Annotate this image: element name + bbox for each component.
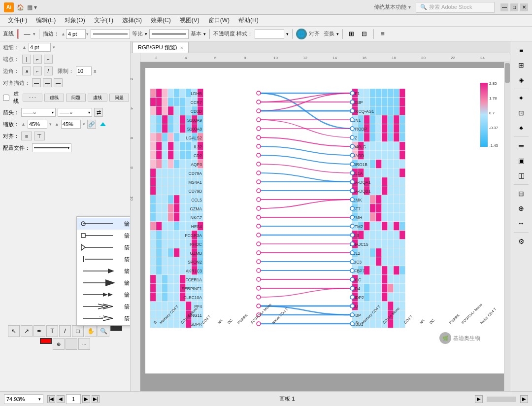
arrow-end-select[interactable]: ——○ ▾ <box>58 108 92 117</box>
menu-window[interactable]: 窗口(W) <box>204 15 233 26</box>
rt-stroke-btn[interactable]: ═ <box>513 139 529 153</box>
cap-btn2[interactable]: ⌐ <box>33 55 42 64</box>
rt-transparency-btn[interactable]: ◫ <box>513 169 529 182</box>
menu-type[interactable]: 文字(T) <box>90 15 117 26</box>
menu-help[interactable]: 帮助(H) <box>234 15 263 26</box>
arrow-item-29[interactable]: 箭头 29 <box>77 277 131 289</box>
search-box[interactable]: 🔍 搜索 Adobe Stock <box>416 2 495 13</box>
globe-icon[interactable]: 🌐 <box>296 29 307 39</box>
zoom-select[interactable]: 74.93% ▾ <box>4 394 43 404</box>
basic-arrow[interactable]: ▾ <box>203 32 206 36</box>
arrow-start-select[interactable]: ——○ ▾ <box>21 108 56 117</box>
menu-view[interactable]: 视图(V) <box>176 15 203 26</box>
layout-icon[interactable]: ▦ ▾ <box>27 4 37 11</box>
tool-rect[interactable]: □ <box>72 325 84 337</box>
edge-input[interactable] <box>66 29 86 39</box>
scroll-right-btn[interactable]: ▶ <box>520 395 528 403</box>
timeline-bar[interactable] <box>487 397 516 402</box>
tool-direct[interactable]: ↗ <box>21 325 33 337</box>
more-tools-btn[interactable]: ··· <box>78 338 90 350</box>
align-right-btn[interactable]: ⊟ <box>359 29 370 39</box>
align-s2[interactable]: — <box>43 78 52 87</box>
corner-btn1[interactable]: ∧ <box>22 67 31 75</box>
arrow-item-24[interactable]: 箭头 24 <box>77 218 131 230</box>
v-scrollbar[interactable] <box>504 62 510 391</box>
dash-style-btn2[interactable]: 虚线 <box>44 94 64 102</box>
page-input[interactable] <box>66 394 81 404</box>
minimize-button[interactable]: — <box>500 3 508 11</box>
stroke-dropdown-arrow[interactable]: ▾ <box>33 32 35 36</box>
arrow-item-27[interactable]: 箭头 27 <box>77 253 131 265</box>
arrow-swap-btn[interactable]: ⇄ <box>94 108 103 117</box>
rt-symbols-btn[interactable]: ♠ <box>513 121 529 135</box>
close-button[interactable]: ✕ <box>520 3 528 11</box>
more-btn[interactable]: ≡ <box>377 29 388 39</box>
tab-close-btn[interactable]: × <box>180 45 183 51</box>
rt-properties-btn[interactable]: ◈ <box>513 73 529 87</box>
stroke-swatch[interactable] <box>40 338 52 344</box>
tool-pen[interactable]: ✒ <box>33 325 45 337</box>
grid-btn[interactable] <box>66 338 77 350</box>
menu-object[interactable]: 对象(O) <box>61 15 89 26</box>
dash-style-btn1[interactable]: - - - <box>23 94 42 102</box>
tool-line[interactable]: / <box>59 325 71 337</box>
align-s3[interactable]: — <box>54 78 63 87</box>
corner-btn2[interactable]: ⌐ <box>33 67 42 75</box>
tool-zoom[interactable]: 🔍 <box>98 325 109 337</box>
tool-hand[interactable]: ✋ <box>85 325 97 337</box>
nav-next[interactable]: ▶ <box>82 395 90 403</box>
tool-select[interactable]: ↖ <box>8 325 20 337</box>
rt-transform-btn[interactable]: ↔ <box>513 216 529 230</box>
stroke-dash-btn[interactable]: — <box>22 29 33 39</box>
workspace-arrow[interactable]: ▾ <box>408 4 411 10</box>
line-style-preview[interactable] <box>91 29 130 39</box>
arrow-item-32[interactable]: 箭头 32 <box>77 312 131 324</box>
home-icon[interactable]: 🏠 <box>17 4 24 11</box>
nav-prev[interactable]: ◀ <box>57 395 65 403</box>
dropdown-scroll[interactable]: 箭头 24 箭头 25 箭头 26 <box>77 218 131 324</box>
transform-arrow[interactable]: ▾ <box>336 32 339 36</box>
stroke-color-swatch[interactable] <box>17 29 19 39</box>
v-scrollbar-thumb[interactable] <box>505 63 510 83</box>
rt-library-btn[interactable]: ⊞ <box>513 58 529 72</box>
nav-first[interactable]: |◀ <box>47 395 55 403</box>
maximize-button[interactable]: □ <box>510 3 518 11</box>
rt-settings-btn[interactable]: ⚙ <box>513 235 529 248</box>
opacity-arrow[interactable]: ▾ <box>286 32 289 36</box>
dash-style-btn4[interactable]: 虚线 <box>88 94 107 102</box>
rt-swatches-btn[interactable]: ⊡ <box>513 106 529 120</box>
rt-layers-btn[interactable]: ≡ <box>513 43 529 57</box>
menu-effect[interactable]: 效果(C) <box>147 15 175 26</box>
scale-link-btn[interactable]: 🔗 <box>87 120 96 129</box>
tool-type[interactable]: T <box>46 325 58 337</box>
align-s1[interactable]: — <box>32 78 41 87</box>
rt-pathfinder-btn[interactable]: ⊕ <box>513 202 529 215</box>
equal-arrow[interactable]: ▾ <box>145 32 147 36</box>
color-mode-btn[interactable]: ⊕ <box>53 338 65 350</box>
arrow-item-30[interactable]: 箭头 30 <box>77 289 131 301</box>
opacity-input[interactable] <box>255 29 284 39</box>
arrow-item-31[interactable]: 箭头 31 <box>77 301 131 312</box>
cap-btn1[interactable]: | <box>22 55 31 64</box>
edge-down[interactable]: ▾ <box>86 32 89 36</box>
dash-style-btn3[interactable]: 问题 <box>66 94 86 102</box>
rt-gradient-btn[interactable]: ▣ <box>513 154 529 168</box>
dash-style-btn5[interactable]: 问题 <box>109 94 129 102</box>
arrow-item-26[interactable]: 箭头 26 <box>77 241 131 253</box>
line-style2-preview[interactable] <box>149 29 189 39</box>
play-btn[interactable]: ▶ <box>475 395 483 403</box>
arrow-item-25[interactable]: 箭头 25 <box>77 230 131 241</box>
rt-brushes-btn[interactable]: ✦ <box>513 91 529 105</box>
arrow-item-28[interactable]: 箭头 28 <box>77 265 131 277</box>
profile-select[interactable]: ▾ <box>32 143 71 152</box>
edge-up[interactable]: ▲ <box>61 32 66 36</box>
fill-swatch[interactable] <box>110 325 122 331</box>
grid-view-btn[interactable]: ⊞ <box>346 29 357 39</box>
scale-left-input[interactable] <box>28 120 47 129</box>
menu-file[interactable]: 文件(F) <box>4 15 31 26</box>
cap-btn3[interactable]: ⌐ <box>44 55 53 64</box>
align-center-btn[interactable]: ≡ <box>21 132 32 140</box>
dash-checkbox[interactable] <box>3 95 9 101</box>
corner-btn3[interactable]: / <box>44 67 53 75</box>
menu-edit[interactable]: 编辑(E) <box>32 15 60 26</box>
